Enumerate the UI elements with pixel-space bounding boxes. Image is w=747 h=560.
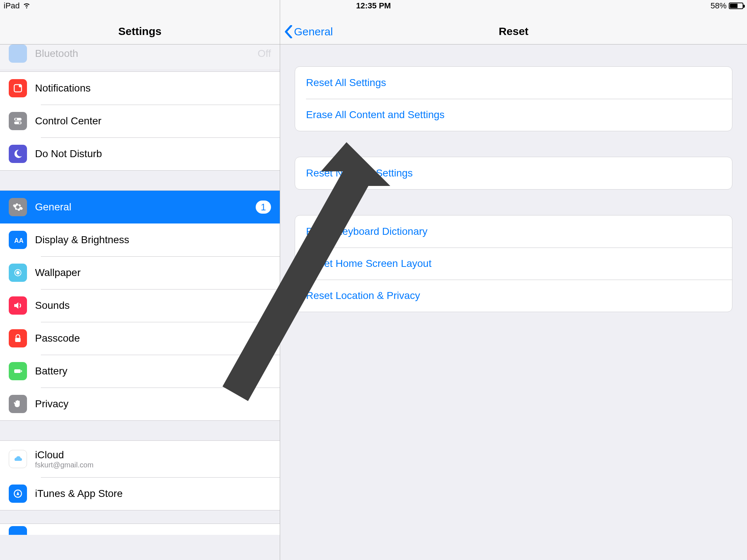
sidebar-item-partial[interactable] [0, 524, 280, 535]
sidebar-item-wallpaper[interactable]: Wallpaper [0, 256, 280, 289]
svg-point-5 [19, 122, 21, 124]
sidebar-item-control-center[interactable]: Control Center [0, 105, 280, 137]
battery-percent: 58% [711, 1, 727, 11]
sidebar-group-partial [0, 524, 280, 534]
svg-point-4 [15, 118, 17, 120]
sidebar-item-label: Display & Brightness [35, 234, 271, 246]
reset-group: Reset All Settings Erase All Content and… [295, 66, 732, 131]
back-label: General [294, 26, 333, 38]
sidebar-item-label: Control Center [35, 115, 271, 127]
erase-all-content[interactable]: Erase All Content and Settings [295, 99, 732, 131]
row-label: Reset Home Screen Layout [306, 258, 431, 269]
detail-title: Reset [499, 25, 529, 38]
sidebar-item-label: Bluetooth [35, 48, 78, 59]
partial-icon [9, 526, 27, 535]
reset-all-settings[interactable]: Reset All Settings [295, 67, 732, 99]
row-label: Erase All Content and Settings [306, 109, 445, 121]
row-label: Reset All Settings [306, 77, 386, 89]
status-bar: iPad 12:35 PM 58% [0, 0, 747, 12]
gear-icon [9, 198, 27, 216]
device-label: iPad [4, 1, 20, 11]
sidebar-item-sounds[interactable]: Sounds [0, 289, 280, 322]
sidebar-item-label: General [35, 201, 256, 213]
sidebar-item-display-brightness[interactable]: AA Display & Brightness [0, 223, 280, 256]
control-center-icon [9, 112, 27, 130]
lock-icon [9, 329, 27, 347]
svg-point-8 [16, 271, 19, 274]
sidebar-item-notifications[interactable]: Notifications [0, 72, 280, 105]
svg-rect-9 [15, 338, 21, 342]
sidebar-item-do-not-disturb[interactable]: Do Not Disturb [0, 137, 280, 170]
sidebar-item-label: Privacy [35, 398, 271, 410]
sidebar-item-label: Passcode [35, 332, 271, 344]
sidebar-group: iCloud fskurt@gmail.com iTunes & App Sto… [0, 440, 280, 510]
wallpaper-icon [9, 264, 27, 282]
reset-network-settings[interactable]: Reset Network Settings [295, 157, 732, 189]
row-label: Reset Location & Privacy [306, 290, 420, 302]
moon-icon [9, 145, 27, 163]
sidebar-group: General 1 AA Display & Brightness Wallpa… [0, 190, 280, 421]
sidebar-item-battery[interactable]: Battery [0, 355, 280, 388]
battery-icon [9, 362, 27, 380]
reset-home-screen-layout[interactable]: Reset Home Screen Layout [295, 248, 732, 280]
chevron-left-icon [285, 25, 293, 38]
reset-location-privacy[interactable]: Reset Location & Privacy [295, 280, 732, 312]
row-label: Reset Keyboard Dictionary [306, 226, 427, 237]
sidebar-item-general[interactable]: General 1 [0, 191, 280, 223]
reset-group: Reset Keyboard Dictionary Reset Home Scr… [295, 215, 732, 312]
appstore-icon [9, 485, 27, 503]
settings-sidebar: Settings Wi-Fi superhero Bluetooth Off [0, 0, 280, 560]
svg-rect-10 [14, 369, 21, 373]
sidebar-item-label: Notifications [35, 82, 271, 94]
sidebar-item-subtitle: fskurt@gmail.com [35, 461, 93, 469]
sidebar-item-label: iTunes & App Store [35, 488, 271, 499]
icloud-icon [9, 450, 27, 468]
sidebar-item-value: Off [258, 48, 271, 59]
notifications-icon [9, 79, 27, 97]
clock: 12:35 PM [356, 1, 391, 11]
back-button[interactable]: General [285, 25, 333, 38]
row-label: Reset Network Settings [306, 167, 413, 179]
hand-icon [9, 395, 27, 413]
svg-rect-11 [21, 370, 22, 372]
sidebar-item-privacy[interactable]: Privacy [0, 388, 280, 420]
svg-point-1 [19, 85, 22, 88]
sidebar-item-label: Sounds [35, 300, 271, 311]
sidebar-item-itunes-app-store[interactable]: iTunes & App Store [0, 477, 280, 510]
sidebar-item-label: Do Not Disturb [35, 148, 271, 160]
sidebar-item-label: iCloud [35, 449, 93, 461]
display-icon: AA [9, 231, 27, 249]
badge-count: 1 [256, 201, 271, 214]
sidebar-group: Notifications Control Center Do Not Dist… [0, 71, 280, 171]
sidebar-item-passcode[interactable]: Passcode [0, 322, 280, 355]
reset-keyboard-dictionary[interactable]: Reset Keyboard Dictionary [295, 215, 732, 248]
wifi-icon [23, 1, 31, 11]
detail-pane: General Reset Reset All Settings Erase A… [280, 0, 747, 560]
svg-text:AA: AA [14, 237, 23, 244]
battery-icon [729, 3, 743, 9]
sidebar-item-label: Battery [35, 365, 271, 377]
reset-group: Reset Network Settings [295, 157, 732, 190]
sidebar-title: Settings [118, 25, 161, 38]
sidebar-item-icloud[interactable]: iCloud fskurt@gmail.com [0, 441, 280, 477]
sounds-icon [9, 296, 27, 315]
sidebar-item-label: Wallpaper [35, 267, 271, 279]
